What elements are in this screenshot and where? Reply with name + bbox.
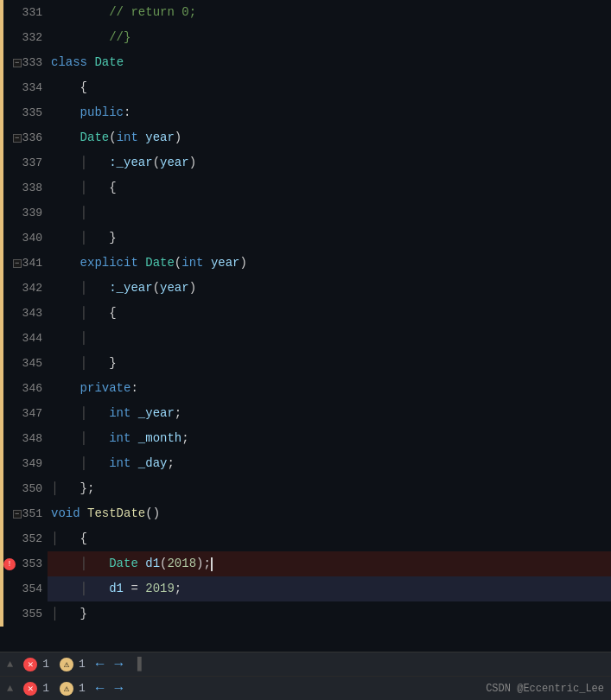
token: ; (181, 426, 188, 451)
editor-area: 331 // return 0;332 //}−333class Date334… (0, 0, 611, 652)
token: ; (167, 451, 174, 476)
indent-space: │ (51, 576, 109, 601)
code-line-content: │ d1 = 2019; (48, 576, 611, 601)
token: :_year (109, 150, 152, 175)
error-count2: 1 (42, 682, 49, 695)
code-line-content: │ int _day; (48, 451, 611, 476)
table-row: −336 Date(int year) (0, 125, 611, 150)
collapse-button[interactable]: − (13, 59, 22, 67)
token: 2019 (145, 576, 175, 601)
line-number: 355 (0, 601, 48, 627)
line-number: 348 (0, 426, 48, 451)
table-row: 347 │ int _year; (0, 401, 611, 426)
token: int (109, 426, 130, 451)
token: ) (239, 251, 246, 276)
warning-icon: ⚠ (60, 658, 73, 671)
token: { (109, 301, 116, 326)
code-line-content: Date(int year) (48, 125, 611, 150)
line-number: −351 (0, 501, 48, 526)
nav-right-button[interactable]: → (114, 657, 123, 672)
token: } (80, 601, 87, 627)
table-row: 354 │ d1 = 2019; (0, 576, 611, 601)
token: TestDate (87, 501, 145, 526)
table-row: 344 │ (0, 326, 611, 351)
line-number: 342 (0, 276, 48, 301)
collapse-button[interactable]: − (13, 259, 22, 268)
token (203, 251, 210, 276)
collapse-button[interactable]: − (13, 134, 22, 143)
error-status: ✕ 1 (23, 658, 49, 671)
token: int (109, 451, 130, 476)
table-row: 346 private: (0, 376, 611, 401)
line-number: 353! (0, 551, 48, 576)
token: :_year (109, 276, 152, 301)
table-row: 343 │ { (0, 301, 611, 326)
line-number: −333 (0, 50, 48, 75)
expand-icon[interactable]: ▲ (7, 659, 13, 671)
token: ) (189, 150, 196, 175)
token: : (130, 376, 137, 401)
expand-icon2[interactable]: ▲ (7, 683, 13, 695)
token: { (109, 175, 116, 200)
table-row: 335 public: (0, 100, 611, 125)
nav-left-button[interactable]: ← (96, 657, 105, 672)
code-line-content: │ { (48, 301, 611, 326)
code-line-content: void TestDate() (48, 501, 611, 526)
code-line-content: // return 0; (48, 0, 611, 25)
token: ; (175, 576, 181, 601)
indent-space (51, 0, 109, 25)
nav-left-button2[interactable]: ← (96, 681, 105, 697)
error-status2: ✕ 1 (23, 682, 49, 696)
token: } (109, 351, 116, 376)
indent-space: │ (51, 401, 109, 426)
code-line-content: //} (48, 25, 611, 50)
warning-status2: ⚠ 1 (60, 682, 86, 696)
token: _day (138, 451, 168, 476)
code-line-content: private: (48, 376, 611, 401)
token: } (109, 226, 116, 251)
token: { (80, 75, 87, 100)
token: year (145, 125, 175, 150)
nav-right-button2[interactable]: → (114, 681, 123, 697)
token (138, 251, 145, 276)
token: () (145, 501, 160, 526)
code-line-content: │ } (48, 226, 611, 251)
indent-space: │ (51, 351, 109, 376)
indent-space: │ (51, 526, 80, 551)
token: ) (175, 125, 181, 150)
code-line-content: │ }; (48, 476, 611, 501)
code-line-content: │ } (48, 601, 611, 627)
code-line-content: explicit Date(int year) (48, 251, 611, 276)
code-line-content: │ { (48, 526, 611, 551)
status-bar: ▲ ✕ 1 ⚠ 1 ← → ▐ (0, 652, 611, 676)
collapse-button[interactable]: − (13, 510, 22, 519)
token (87, 50, 94, 75)
line-number: 339 (0, 200, 48, 226)
token: int (117, 125, 138, 150)
indent-space: │ (51, 426, 109, 451)
token: void (51, 501, 80, 526)
indent-space: │ (51, 326, 109, 351)
indent-space: │ (51, 276, 109, 301)
line-number: 350 (0, 476, 48, 501)
token: class (51, 50, 87, 75)
table-row: 350│ }; (0, 476, 611, 501)
token: year (211, 251, 240, 276)
code-line-content: │ { (48, 175, 611, 200)
line-number: 345 (0, 351, 48, 376)
token: year (160, 150, 189, 175)
token: ( (153, 276, 160, 301)
line-number: −336 (0, 125, 48, 150)
indent-space (51, 376, 80, 401)
code-line-content: public: (48, 100, 611, 125)
code-lines: 331 // return 0;332 //}−333class Date334… (0, 0, 611, 652)
token: }; (80, 476, 95, 501)
token: ; (175, 401, 181, 426)
indent-space (51, 100, 80, 125)
error-icon2: ✕ (23, 682, 37, 696)
table-row: 353! │ Date d1(2018); (0, 551, 611, 576)
line-number: 352 (0, 526, 48, 551)
table-row: −351void TestDate() (0, 501, 611, 526)
token (130, 426, 137, 451)
table-row: 349 │ int _day; (0, 451, 611, 476)
